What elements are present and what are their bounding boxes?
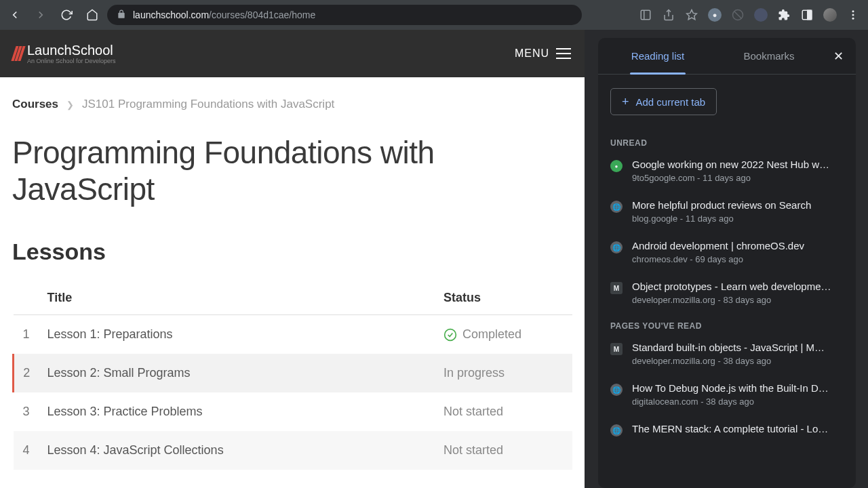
globe-icon: 🌐 — [610, 201, 623, 213]
table-row[interactable]: 1 Lesson 1: Preparations Completed — [14, 315, 573, 354]
extension-icon[interactable]: ● — [708, 8, 722, 22]
logo-tagline: An Online School for Developers — [27, 58, 116, 64]
add-tab-label: Add current tab — [636, 96, 706, 108]
reading-list-item[interactable]: 🌐 The MERN stack: A complete tutorial - … — [610, 423, 844, 437]
col-title: Title — [47, 281, 444, 315]
favicon-icon: M — [610, 343, 623, 355]
logo-title: LaunchSchool — [27, 43, 116, 57]
item-title: Android development | chromeOS.dev — [632, 240, 844, 251]
item-title: How To Debug Node.js with the Built-In D… — [632, 382, 844, 394]
col-num — [14, 281, 47, 315]
unread-label: UNREAD — [610, 138, 844, 148]
row-num: 4 — [14, 431, 47, 470]
svg-point-11 — [445, 329, 456, 340]
forward-button[interactable] — [34, 8, 47, 22]
url-text: launchschool.com/courses/804d1cae/home — [133, 9, 315, 20]
extensions-puzzle-icon[interactable] — [777, 8, 791, 22]
col-status: Status — [443, 281, 572, 315]
status-badge: Completed — [443, 327, 564, 342]
row-title: Lesson 1: Preparations — [47, 315, 444, 354]
profile-avatar[interactable] — [823, 8, 837, 22]
item-meta: chromeos.dev - 69 days ago — [632, 254, 844, 264]
tab-bookmarks[interactable]: Bookmarks — [713, 38, 825, 74]
lessons-heading: Lessons — [12, 239, 572, 265]
lessons-table: Title Status 1 Lesson 1: Preparations Co… — [12, 281, 572, 470]
reload-button[interactable] — [60, 8, 73, 22]
plus-icon: + — [622, 96, 629, 108]
item-title: More helpful product reviews on Search — [632, 199, 844, 211]
page-content: LaunchSchool An Online School for Develo… — [0, 30, 585, 488]
svg-rect-0 — [641, 10, 650, 20]
reading-list-item[interactable]: 🌐 More helpful product reviews on Search… — [610, 199, 844, 224]
home-button[interactable] — [85, 8, 99, 22]
item-title: The MERN stack: A complete tutorial - Lo… — [632, 423, 844, 434]
row-title: Lesson 4: JavaScript Collections — [47, 431, 444, 470]
svg-rect-7 — [808, 10, 812, 20]
menu-button[interactable]: MENU — [515, 47, 571, 60]
globe-icon: 🌐 — [610, 424, 623, 436]
tab-reading-list[interactable]: Reading list — [602, 38, 713, 74]
chevron-right-icon: ❯ — [66, 100, 74, 110]
read-label: PAGES YOU'VE READ — [610, 321, 844, 331]
reading-list-item[interactable]: M Object prototypes - Learn web developm… — [610, 281, 844, 305]
table-row[interactable]: 2 Lesson 2: Small Programs In progress — [14, 354, 573, 392]
menu-label: MENU — [515, 47, 549, 60]
menu-dots-icon[interactable] — [846, 8, 860, 22]
reading-list-item[interactable]: M Standard built-in objects - JavaScript… — [610, 342, 844, 366]
table-row[interactable]: 4 Lesson 4: JavaScript Collections Not s… — [14, 431, 573, 470]
close-panel-button[interactable]: ✕ — [825, 49, 852, 64]
back-button[interactable] — [8, 8, 22, 22]
extension-icons: ● — [639, 8, 860, 22]
breadcrumb-root[interactable]: Courses — [12, 98, 58, 111]
reading-list-item[interactable]: 🌐 Android development | chromeOS.dev chr… — [610, 240, 844, 264]
favicon-icon: M — [610, 282, 623, 294]
lock-icon — [117, 9, 126, 21]
globe-icon: 🌐 — [610, 241, 623, 253]
row-num: 1 — [14, 315, 47, 354]
address-bar[interactable]: launchschool.com/courses/804d1cae/home — [107, 5, 582, 25]
reader-mode-icon[interactable] — [639, 8, 652, 22]
side-panel-icon[interactable] — [800, 8, 814, 22]
breadcrumb-current: JS101 Programming Foundations with JavaS… — [82, 98, 334, 111]
favicon-icon: ● — [610, 160, 623, 172]
row-num: 3 — [14, 392, 47, 431]
svg-point-10 — [852, 18, 854, 20]
extension-icon[interactable] — [754, 8, 768, 22]
add-current-tab-button[interactable]: + Add current tab — [610, 88, 717, 115]
svg-marker-3 — [687, 10, 697, 20]
row-num: 2 — [14, 354, 47, 392]
blocked-icon[interactable] — [731, 8, 745, 22]
item-meta: blog.google - 11 days ago — [632, 214, 844, 224]
item-meta: developer.mozilla.org - 83 days ago — [632, 295, 844, 305]
reading-list-panel: Reading list Bookmarks ✕ + Add current t… — [598, 38, 856, 488]
item-title: Google working on new 2022 Nest Hub w… — [632, 159, 844, 170]
reading-list-item[interactable]: ● Google working on new 2022 Nest Hub w…… — [610, 159, 844, 183]
panel-tabs: Reading list Bookmarks ✕ — [598, 38, 856, 75]
globe-icon: 🌐 — [610, 384, 623, 396]
hamburger-icon — [556, 48, 571, 59]
star-icon[interactable] — [685, 8, 698, 22]
svg-point-8 — [852, 10, 854, 12]
status-badge: Not started — [443, 405, 564, 419]
breadcrumb: Courses ❯ JS101 Programming Foundations … — [12, 98, 572, 111]
item-title: Standard built-in objects - JavaScript |… — [632, 342, 844, 353]
table-row[interactable]: 3 Lesson 3: Practice Problems Not starte… — [14, 392, 573, 431]
svg-point-9 — [852, 14, 854, 16]
row-title: Lesson 3: Practice Problems — [47, 392, 444, 431]
site-logo[interactable]: LaunchSchool An Online School for Develo… — [14, 43, 116, 64]
page-title: Programming Foundations with JavaScript — [12, 134, 572, 207]
item-meta: digitalocean.com - 38 days ago — [632, 396, 844, 407]
item-meta: 9to5google.com - 11 days ago — [632, 173, 844, 183]
browser-toolbar: launchschool.com/courses/804d1cae/home ● — [0, 0, 868, 30]
reading-list-item[interactable]: 🌐 How To Debug Node.js with the Built-In… — [610, 382, 844, 407]
item-title: Object prototypes - Learn web developme… — [632, 281, 844, 292]
logo-mark-icon — [14, 46, 23, 61]
check-circle-icon — [443, 328, 457, 342]
status-badge: In progress — [443, 366, 564, 380]
svg-line-5 — [734, 12, 742, 19]
status-badge: Not started — [443, 443, 564, 458]
share-icon[interactable] — [662, 8, 675, 22]
item-meta: developer.mozilla.org - 38 days ago — [632, 356, 844, 366]
site-header: LaunchSchool An Online School for Develo… — [0, 30, 585, 77]
row-title: Lesson 2: Small Programs — [47, 354, 444, 392]
